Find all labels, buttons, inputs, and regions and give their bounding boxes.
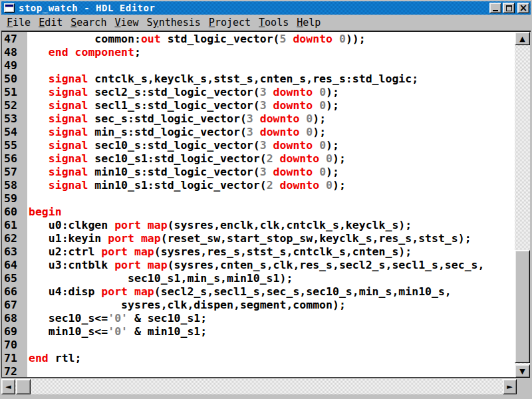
- vertical-scrollbar[interactable]: ▲ ▼: [515, 32, 530, 378]
- line-number: 59: [2, 192, 27, 205]
- line-number: 67: [2, 299, 27, 312]
- menu-item-synthesis[interactable]: Synthesis: [143, 15, 205, 30]
- scroll-up-icon: ▲: [519, 35, 525, 43]
- line-number: 56: [2, 152, 27, 166]
- title-bar[interactable]: stop_watch - HDL Editor ×: [1, 1, 531, 15]
- code-line: u1:keyin port map(reset_sw,start_stop_sw…: [29, 232, 515, 245]
- code-line: sec10_s1,min_s,min10_s1);: [29, 272, 515, 285]
- code-line: signal cntclk_s,keyclk_s,stst_s,cnten_s,…: [29, 72, 515, 86]
- code-area[interactable]: common:out std_logic_vector(5 downto 0))…: [27, 32, 515, 377]
- editor-area[interactable]: 4748495051525354555657585960616263646566…: [1, 32, 515, 378]
- code-line: u4:disp port map(secl2_s,secl1_s,sec_s,s…: [29, 285, 515, 299]
- line-number: 55: [2, 139, 27, 152]
- line-number: 57: [2, 166, 27, 179]
- line-number: 58: [2, 179, 27, 192]
- code-line: signal secl2_s:std_logic_vector(3 downto…: [29, 86, 515, 99]
- menu-item-tools[interactable]: Tools: [255, 15, 293, 30]
- scrollbar-corner: [517, 379, 530, 394]
- minimize-button[interactable]: [489, 3, 501, 13]
- code-line: signal secl1_s:std_logic_vector(3 downto…: [29, 99, 515, 112]
- code-line: signal min10_s:std_logic_vector(3 downto…: [29, 166, 515, 179]
- code-line: u2:ctrl port map(sysres,res_s,stst_s,cnt…: [29, 245, 515, 259]
- menu-item-file[interactable]: File: [3, 15, 35, 30]
- code-line: u0:clkgen port map(sysres,enclk,clk,cntc…: [29, 219, 515, 232]
- line-number: 50: [2, 72, 27, 86]
- horizontal-scroll-track[interactable]: [15, 379, 503, 394]
- app-icon: [4, 3, 15, 13]
- code-line: [29, 338, 515, 352]
- code-line: end rtl;: [29, 352, 515, 365]
- line-number: 72: [2, 365, 27, 378]
- menu-item-edit[interactable]: Edit: [35, 15, 66, 30]
- line-number: 62: [2, 232, 27, 245]
- code-line: signal sec10_s:std_logic_vector(3 downto…: [29, 139, 515, 152]
- code-line: sec10_s<='0' & sec10_s1;: [29, 312, 515, 325]
- code-line: [29, 59, 515, 72]
- code-line: end component;: [29, 46, 515, 59]
- line-number: 51: [2, 86, 27, 99]
- scroll-right-icon: ►: [507, 382, 512, 391]
- line-number-gutter: 4748495051525354555657585960616263646566…: [2, 32, 27, 377]
- line-number: 65: [2, 272, 27, 285]
- line-number: 49: [2, 59, 27, 72]
- maximize-icon: [506, 5, 512, 11]
- scroll-up-button[interactable]: ▲: [515, 32, 530, 45]
- code-line: [29, 365, 515, 377]
- minimize-icon: [493, 10, 498, 11]
- code-line: common:out std_logic_vector(5 downto 0))…: [29, 33, 515, 46]
- scroll-left-icon: ◄: [5, 382, 11, 391]
- vertical-scroll-track[interactable]: [515, 45, 530, 364]
- code-line: signal min_s:std_logic_vector(3 downto 0…: [29, 126, 515, 139]
- scroll-left-button[interactable]: ◄: [1, 379, 15, 394]
- maximize-button[interactable]: [503, 3, 515, 13]
- scroll-down-button[interactable]: ▼: [515, 364, 530, 378]
- horizontal-scroll-thumb[interactable]: [16, 379, 31, 394]
- code-line: signal sec_s:std_logic_vector(3 downto 0…: [29, 112, 515, 126]
- code-line: u3:cntblk port map(sysres,cnten_s,clk,re…: [29, 259, 515, 272]
- code-line: begin: [29, 205, 515, 219]
- menu-bar: FileEditSearchViewSynthesisProjectToolsH…: [1, 15, 531, 32]
- code-line: min10_s<='0' & min10_s1;: [29, 325, 515, 338]
- line-number: 68: [2, 312, 27, 325]
- line-number: 48: [2, 46, 27, 59]
- code-line: sysres,clk,dispen,segment,common);: [29, 299, 515, 312]
- line-number: 64: [2, 259, 27, 272]
- hdl-editor-window: stop_watch - HDL Editor × FileEditSearch…: [0, 0, 532, 399]
- line-number: 60: [2, 205, 27, 219]
- line-number: 47: [2, 33, 27, 46]
- code-line: signal min10_s1:std_logic_vector(2 downt…: [29, 179, 515, 192]
- code-line: [29, 192, 515, 205]
- close-button[interactable]: ×: [517, 3, 529, 13]
- line-number: 63: [2, 245, 27, 259]
- menu-item-project[interactable]: Project: [205, 15, 255, 30]
- scroll-right-button[interactable]: ►: [503, 379, 517, 394]
- close-icon: ×: [519, 4, 528, 13]
- vertical-scroll-thumb[interactable]: [515, 250, 530, 363]
- line-number: 53: [2, 112, 27, 126]
- window-title: stop_watch - HDL Editor: [19, 3, 489, 13]
- line-number: 54: [2, 126, 27, 139]
- line-number: 71: [2, 352, 27, 365]
- line-number: 69: [2, 325, 27, 338]
- line-number: 70: [2, 338, 27, 352]
- horizontal-scrollbar[interactable]: ◄ ►: [1, 379, 517, 394]
- line-number: 66: [2, 285, 27, 299]
- menu-item-help[interactable]: Help: [293, 15, 325, 30]
- scroll-down-icon: ▼: [519, 367, 525, 376]
- line-number: 61: [2, 219, 27, 232]
- line-number: 52: [2, 99, 27, 112]
- menu-item-view[interactable]: View: [110, 15, 142, 30]
- menu-item-search[interactable]: Search: [66, 15, 110, 30]
- code-line: signal sec10_s1:std_logic_vector(2 downt…: [29, 152, 515, 166]
